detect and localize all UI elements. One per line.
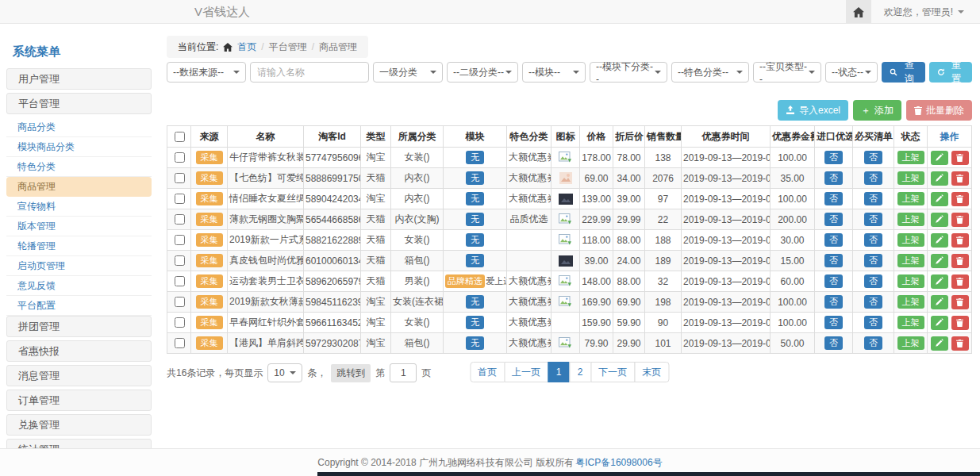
module-sub-category-select[interactable]: --模块下分类-- [590,62,667,83]
edit-button[interactable] [931,316,948,330]
module-cell: 无 [444,168,507,189]
row-checkbox[interactable] [175,152,185,163]
category: 女装() [391,313,444,333]
operations-cell [928,313,972,333]
delete-button[interactable] [951,213,969,227]
sidebar-item[interactable]: 商品分类 [6,117,152,137]
item-type-select[interactable]: --宝贝类型-- [753,62,821,83]
sidebar-item[interactable]: 轮播管理 [6,236,152,256]
delete-button[interactable] [951,192,969,206]
jump-button[interactable]: 跳转到 [331,364,371,382]
coupon-amount: 200.00 [771,209,815,230]
sidebar-item[interactable]: 用户管理 [6,68,152,90]
name-search-input[interactable] [250,62,369,83]
breadcrumb-item-platform[interactable]: 平台管理 [269,40,307,54]
edit-icon [935,298,943,306]
select-value: 一级分类 [379,66,417,79]
product-name: 运动套装男士卫衣初秋... [228,271,304,292]
row-checkbox[interactable] [175,235,185,245]
edit-button[interactable] [931,274,948,289]
status-select[interactable]: --状态-- [825,62,878,83]
edit-button[interactable] [931,151,948,165]
sidebar-item[interactable]: 平台配置 [6,296,152,316]
delete-button[interactable] [951,295,969,309]
home-button[interactable] [846,0,871,24]
page-button[interactable]: 末页 [634,362,669,382]
search-button[interactable]: 查询 [882,62,925,83]
row-checkbox[interactable] [175,194,185,204]
sidebar-item[interactable]: 订单管理 [6,390,152,411]
edit-button[interactable] [931,336,948,351]
edit-button[interactable] [931,213,948,227]
level2-category-select[interactable]: --二级分类-- [447,62,518,83]
jump-page-input[interactable] [390,363,417,382]
level1-category-select[interactable]: 一级分类 [373,62,443,83]
breadcrumb-item-goods[interactable]: 商品管理 [319,40,357,54]
delete-button[interactable] [951,336,969,351]
edit-icon [935,236,943,244]
per-page-select[interactable]: 10 [267,363,302,382]
row-checkbox[interactable] [175,317,185,328]
sidebar-item[interactable]: 兑换管理 [6,414,152,436]
row-checkbox[interactable] [175,276,185,286]
module-badge: 无 [466,336,484,350]
delete-button[interactable] [951,316,969,330]
reset-button[interactable]: 重置 [929,62,973,83]
row-checkbox[interactable] [175,255,185,266]
sales-count: 97 [645,189,682,209]
import-optimal-cell: 否 [815,189,853,209]
icp-link[interactable]: 粤ICP备16098006号 [575,456,662,470]
main-content: 当前位置: 首页 / 平台管理 / 商品管理 --数据来源--一级分类--二级分… [167,24,972,384]
data-source-select[interactable]: --数据来源-- [167,62,246,83]
batch-delete-button[interactable]: 批量删除 [906,100,972,121]
select-all-checkbox[interactable] [175,132,185,142]
module-brand-badge: 品牌精选 [445,274,485,288]
import-optimal-cell: 否 [815,313,853,333]
feature-category-select[interactable]: --特色分类-- [671,62,749,83]
module-select[interactable]: --模块-- [522,62,586,83]
coupon-time: 2019-09-13—2019-09-20 [682,251,771,271]
page-button[interactable]: 下一页 [590,362,635,382]
row-checkbox[interactable] [175,297,185,307]
delete-button[interactable] [951,274,969,289]
row-checkbox[interactable] [175,338,185,348]
sidebar-item[interactable]: 消息管理 [6,365,152,386]
breadcrumb-home-link[interactable]: 首页 [237,40,256,54]
edit-button[interactable] [931,254,948,268]
sidebar-item[interactable]: 平台管理 [6,93,152,114]
import-excel-button[interactable]: 导入excel [778,100,848,121]
add-button[interactable]: ＋ 添加 [853,100,901,121]
sidebar-item[interactable]: 拼团管理 [6,316,152,337]
edit-button[interactable] [931,233,948,248]
sidebar-item[interactable]: 省惠快报 [6,340,152,362]
delete-button[interactable] [951,151,969,165]
row-checkbox[interactable] [175,173,185,183]
delete-button[interactable] [951,171,969,186]
sidebar-item[interactable]: 意见反馈 [6,276,152,296]
delete-button[interactable] [951,233,969,248]
sidebar-item[interactable]: 版本管理 [6,217,152,236]
feature-category: 大额优惠券 [507,168,551,189]
sidebar-item[interactable]: 统计管理 [6,439,152,448]
page-button[interactable]: 1 [548,362,570,382]
must-buy-cell: 否 [853,251,894,271]
page-button[interactable]: 2 [569,362,591,382]
sidebar-item[interactable]: 启动页管理 [6,256,152,276]
module-cell: 无 [444,230,507,251]
edit-button[interactable] [931,295,948,309]
breadcrumb-separator: / [312,41,314,52]
page-button[interactable]: 首页 [470,362,505,382]
delete-button[interactable] [951,254,969,268]
edit-button[interactable] [931,171,948,186]
page-button[interactable]: 上一页 [504,362,548,382]
edit-button[interactable] [931,192,948,206]
sidebar-item[interactable]: 商品管理 [6,177,152,197]
row-checkbox[interactable] [175,214,185,225]
sidebar-item[interactable]: 宣传物料 [6,197,152,217]
row-select-cell [167,271,191,292]
import-optimal-cell: 否 [815,148,853,168]
must-buy-badge: 否 [864,336,882,350]
sidebar-item[interactable]: 模块商品分类 [6,137,152,157]
sidebar-item[interactable]: 特色分类 [6,157,152,177]
user-menu[interactable]: 欢迎您，管理员! [871,6,980,19]
